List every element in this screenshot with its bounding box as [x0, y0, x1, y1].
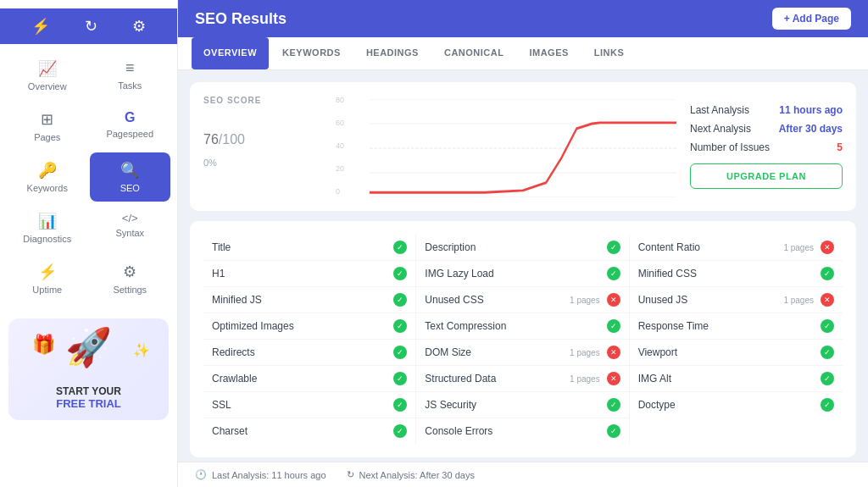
- sidebar-item-overview[interactable]: 📈 Overview: [7, 51, 88, 100]
- issue-row: Response Time✓: [630, 313, 843, 340]
- chart-svg: [370, 99, 676, 197]
- refresh-footer-icon: ↻: [347, 469, 354, 480]
- issue-status: ✓: [393, 267, 407, 280]
- sidebar-item-uptime[interactable]: ⚡ Uptime: [7, 254, 88, 303]
- sidebar-item-diagnostics-label: Diagnostics: [23, 234, 71, 244]
- tab-links[interactable]: LINKS: [582, 37, 637, 69]
- check-icon: ✓: [393, 424, 407, 438]
- issue-status: ✓: [607, 319, 620, 333]
- issue-status: ✓: [821, 346, 834, 359]
- pages-label: 1 pages: [570, 296, 600, 305]
- main-area: SEO Results + Add Page OVERVIEW KEYWORDS…: [178, 0, 868, 487]
- x-icon: ✕: [821, 241, 834, 254]
- issue-row: Minified JS✓: [203, 287, 415, 313]
- overview-icon: 📈: [38, 59, 57, 78]
- issue-name: IMG Lazy Load: [425, 268, 606, 279]
- x-icon: ✕: [821, 293, 834, 307]
- issue-name: Console Errors: [425, 425, 606, 437]
- sidebar-item-pagespeed-label: Pagespeed: [106, 129, 153, 139]
- issues-row: Number of Issues 5: [690, 141, 843, 153]
- seo-icon: 🔍: [120, 161, 139, 180]
- promo-subtitle: FREE TRIAL: [56, 397, 121, 410]
- issues-column-2: Content Ratio1 pages✕Minified CSS✓Unused…: [630, 235, 843, 444]
- issue-row: Text Compression✓: [416, 313, 628, 340]
- issue-status: ✓: [821, 372, 834, 385]
- promo-star-icon: ✨: [133, 342, 150, 358]
- check-icon: ✓: [607, 424, 620, 438]
- filter-icon[interactable]: ⚡: [31, 17, 50, 36]
- tab-overview[interactable]: OVERVIEW: [192, 37, 269, 69]
- footer-next-analysis: ↻ Next Analysis: After 30 days: [347, 469, 475, 480]
- tab-images[interactable]: IMAGES: [517, 37, 580, 69]
- tab-headings[interactable]: HEADINGS: [354, 37, 431, 69]
- page-title: SEO Results: [195, 10, 287, 28]
- check-icon: ✓: [607, 241, 620, 254]
- issue-name: DOM Size: [425, 346, 570, 358]
- sidebar: ⚡ ↻ ⚙ 📈 Overview ≡ Tasks ⊞ Pages G Pages…: [0, 0, 178, 487]
- issue-row: H1✓: [203, 261, 415, 287]
- issue-status: 1 pages✕: [783, 293, 834, 307]
- upgrade-plan-button[interactable]: UPGRADE PLAN: [690, 163, 843, 189]
- issue-row: Console Errors✓: [416, 418, 628, 444]
- issue-name: Unused CSS: [425, 294, 570, 306]
- footer-next-analysis-text: Next Analysis: After 30 days: [359, 470, 475, 480]
- uptime-icon: ⚡: [38, 263, 57, 281]
- issue-row: Crawlable✓: [203, 366, 415, 392]
- issue-name: Content Ratio: [638, 241, 784, 253]
- check-icon: ✓: [821, 267, 834, 280]
- check-icon: ✓: [821, 372, 834, 385]
- issue-row: IMG Lazy Load✓: [416, 261, 628, 287]
- promo-title: START YOUR: [56, 385, 121, 397]
- issues-value: 5: [837, 141, 843, 153]
- refresh-icon[interactable]: ↻: [85, 17, 97, 36]
- issue-status: 1 pages✕: [570, 372, 620, 385]
- promo-gift-icon: 🎁: [32, 334, 55, 356]
- next-analysis-label: Next Analysis: [690, 123, 751, 135]
- issue-name: Response Time: [638, 320, 821, 332]
- sidebar-item-pagespeed[interactable]: G Pagespeed: [90, 102, 171, 151]
- issue-name: Unused JS: [638, 294, 784, 306]
- check-icon: ✓: [821, 398, 834, 412]
- issue-name: Minified CSS: [638, 268, 821, 279]
- issue-status: ✓: [393, 241, 407, 254]
- sidebar-item-syntax[interactable]: </> Syntax: [90, 203, 171, 252]
- sidebar-item-tasks[interactable]: ≡ Tasks: [90, 51, 171, 100]
- issue-name: SSL: [212, 399, 393, 411]
- next-analysis-row: Next Analysis After 30 days: [690, 123, 843, 135]
- sidebar-item-diagnostics[interactable]: 📊 Diagnostics: [7, 203, 88, 252]
- issue-name: H1: [212, 268, 393, 279]
- score-percent: 0%: [203, 158, 322, 168]
- issue-name: Title: [212, 241, 393, 253]
- issue-row: DOM Size1 pages✕: [416, 340, 628, 366]
- issue-row: Unused JS1 pages✕: [630, 287, 843, 313]
- issue-status: ✓: [821, 398, 834, 412]
- last-analysis-value: 11 hours ago: [779, 104, 843, 116]
- issue-name: Minified JS: [212, 294, 393, 306]
- sidebar-item-keywords[interactable]: 🔑 Keywords: [7, 152, 88, 202]
- syntax-icon: </>: [122, 212, 138, 224]
- sidebar-item-seo-label: SEO: [120, 183, 140, 193]
- sidebar-item-seo[interactable]: 🔍 SEO: [90, 152, 171, 202]
- sidebar-item-uptime-label: Uptime: [32, 285, 62, 295]
- footer-bar: 🕐 Last Analysis: 11 hours ago ↻ Next Ana…: [178, 462, 868, 487]
- issue-name: Redirects: [212, 346, 393, 358]
- gear-icon[interactable]: ⚙: [132, 17, 146, 36]
- sidebar-item-pages[interactable]: ⊞ Pages: [7, 102, 88, 151]
- tab-keywords[interactable]: KEYWORDS: [270, 37, 353, 69]
- score-suffix: /100: [219, 132, 245, 147]
- pagespeed-icon: G: [125, 110, 135, 125]
- sidebar-top-bar: ⚡ ↻ ⚙: [0, 8, 177, 44]
- issue-status: ✓: [607, 267, 620, 280]
- issue-row: Title✓: [203, 235, 415, 261]
- issue-status: 1 pages✕: [783, 241, 834, 254]
- tab-canonical[interactable]: CANONICAL: [432, 37, 516, 69]
- issues-label: Number of Issues: [690, 141, 770, 153]
- issue-name: Crawlable: [212, 373, 393, 385]
- sidebar-item-settings[interactable]: ⚙ Settings: [90, 254, 171, 303]
- issue-row: JS Security✓: [416, 392, 628, 418]
- add-page-button[interactable]: + Add Page: [772, 8, 851, 30]
- issue-status: ✓: [393, 346, 407, 359]
- check-icon: ✓: [393, 241, 407, 254]
- pages-label: 1 pages: [570, 374, 600, 384]
- issue-status: ✓: [821, 267, 834, 280]
